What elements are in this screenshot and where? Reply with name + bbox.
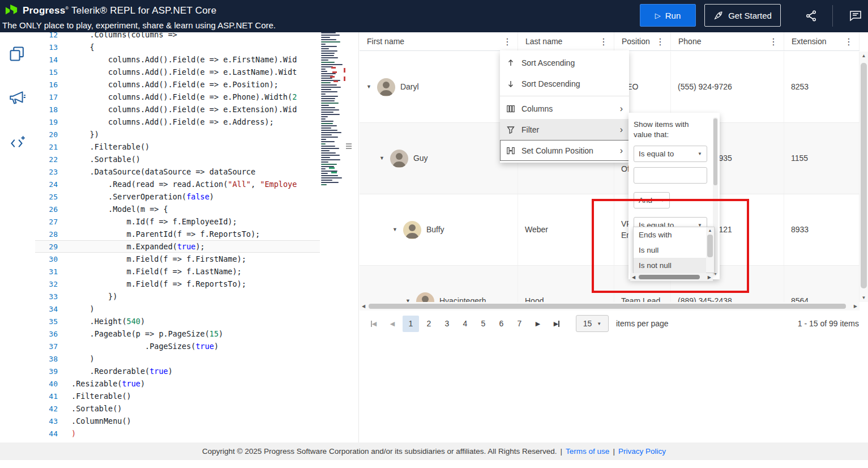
table-row[interactable]: ▼BuffyWeberVP, Engineering(699) 838-6121… (360, 194, 860, 266)
dropdown-list-horizontal-scrollbar[interactable]: ◀ ▶ (630, 273, 713, 281)
share-icon[interactable] (805, 9, 818, 23)
code-line[interactable]: 33 }) (35, 290, 320, 303)
feedback-icon[interactable] (849, 9, 862, 23)
line-number: 37 (35, 342, 58, 351)
code-line[interactable]: 15 columns.Add().Field(e => e.LastName).… (35, 66, 320, 78)
code-line[interactable]: 16 columns.Add().Field(e => e.Position); (35, 78, 320, 91)
menu-item-sort-ascending[interactable]: Sort Ascending (500, 52, 629, 73)
items-per-page-label: items per page (616, 319, 669, 328)
megaphone-icon[interactable] (8, 89, 26, 107)
code-line[interactable]: 20 }) (35, 128, 320, 141)
code-line[interactable]: 43.ColumnMenu() (35, 415, 320, 427)
page-button-2[interactable]: 2 (421, 316, 437, 332)
code-line[interactable]: 18 columns.Add().Field(e => e.Extension)… (35, 103, 320, 116)
page-button-1[interactable]: 1 (403, 316, 419, 332)
first-page-button[interactable]: ◀ (365, 315, 382, 332)
code-line[interactable]: 31 m.Field(f => f.LastName); (35, 265, 320, 278)
code-line[interactable]: 41.Filterable() (35, 390, 320, 402)
cell-first-name: ▼Buffy (360, 194, 518, 265)
code-line[interactable]: 44) (35, 427, 320, 440)
code-line[interactable]: 17 columns.Add().Field(e => e.Phone).Wid… (35, 91, 320, 103)
code-line[interactable]: 28 m.ParentId(f => f.ReportsTo); (35, 228, 320, 240)
code-line[interactable]: 32 m.Field(f => f.ReportsTo); (35, 278, 320, 290)
column-header-first-name[interactable]: First name⋮ (360, 32, 518, 50)
code-line[interactable]: 26 .Model(m => { (35, 203, 320, 215)
last-page-button[interactable]: ▶ (548, 315, 565, 332)
privacy-policy-link[interactable]: Privacy Policy (618, 447, 666, 456)
column-menu-button[interactable]: ⋮ (501, 36, 514, 47)
table-row[interactable]: ▼HyacintegerhHoodTeam Lead(889) 345-2438… (360, 266, 860, 302)
line-number: 38 (35, 355, 58, 363)
menu-item-filter[interactable]: Filter› (500, 119, 629, 140)
menu-item-sort-descending[interactable]: Sort Descending (500, 73, 629, 94)
code-line[interactable]: 25 .ServerOperation(false) (35, 190, 320, 203)
code-line[interactable]: 30 m.Field(f => f.FirstName); (35, 253, 320, 265)
page-button-4[interactable]: 4 (457, 316, 473, 332)
expand-row-icon[interactable]: ▼ (405, 297, 411, 302)
filter-logic-dropdown[interactable]: And▼ (634, 192, 670, 209)
page-button-6[interactable]: 6 (493, 316, 510, 332)
code-line[interactable]: 29 m.Expanded(true); (35, 240, 320, 253)
code-add-icon[interactable] (8, 134, 26, 152)
grid-vertical-scrollbar[interactable]: ▲ ▼ (860, 52, 868, 302)
expand-row-icon[interactable]: ▼ (366, 83, 371, 91)
line-number: 16 (35, 80, 58, 89)
code-line[interactable]: 19 columns.Add().Field(e => e.Address); (35, 116, 320, 128)
column-menu-button[interactable]: ⋮ (767, 36, 780, 47)
splitter-handle[interactable] (346, 143, 353, 154)
dropdown-list-scrollbar[interactable]: ▲ (706, 227, 714, 273)
filter-icon (506, 125, 515, 134)
cell-first-name: ▼Guy (360, 123, 518, 194)
column-header-extension[interactable]: Extension⋮ (784, 32, 860, 50)
page-size-select[interactable]: 15▼ (576, 315, 609, 332)
expand-row-icon[interactable]: ▼ (379, 155, 384, 162)
previous-page-button[interactable]: ◀ (384, 315, 401, 332)
code-line[interactable]: 13 { (35, 41, 320, 53)
code-line[interactable]: 12 .Columns(columns => (35, 32, 320, 41)
column-menu-button[interactable]: ⋮ (597, 36, 610, 47)
code-line[interactable]: 39 .Reorderable(true) (35, 365, 320, 377)
code-line[interactable]: 23 .DataSource(dataSource => dataSource (35, 165, 320, 178)
next-page-button[interactable]: ▶ (529, 315, 546, 332)
page-button-5[interactable]: 5 (475, 316, 491, 332)
code-line[interactable]: 42.Sortable() (35, 402, 320, 415)
code-line[interactable]: 21 .Filterable() (35, 141, 320, 153)
code-line[interactable]: 24 .Read(read => read.Action("All", "Emp… (35, 178, 320, 190)
run-button[interactable]: ▷ Run (640, 4, 696, 27)
editor-minimap[interactable] (320, 32, 346, 198)
get-started-button[interactable]: Get Started (704, 4, 781, 27)
code-text: ) (58, 354, 95, 363)
code-line[interactable]: 35 .Height(540) (35, 315, 320, 327)
menu-item-set-column-position[interactable]: Set Column Position› (500, 140, 629, 161)
code-line[interactable]: 14 columns.Add().Field(e => e.FirstName)… (35, 53, 320, 66)
column-header-phone[interactable]: Phone⋮ (671, 32, 784, 50)
page-button-3[interactable]: 3 (439, 316, 455, 332)
code-line[interactable]: 36 .Pageable(p => p.PageSize(15) (35, 327, 320, 340)
page-button-7[interactable]: 7 (511, 316, 528, 332)
code-editor[interactable]: 12 .Columns(columns =>13 {14 columns.Add… (35, 32, 358, 443)
code-line[interactable]: 38 ) (35, 352, 320, 365)
dropdown-option[interactable]: Ends with (634, 227, 706, 242)
copy-icon[interactable] (8, 45, 26, 63)
menu-item-columns[interactable]: Columns› (500, 98, 629, 119)
column-header-last-name[interactable]: Last name⋮ (518, 32, 614, 50)
header-divider (832, 5, 833, 27)
code-line[interactable]: 40.Resizable(true) (35, 377, 320, 390)
code-line[interactable]: 22 .Sortable() (35, 153, 320, 165)
terms-of-use-link[interactable]: Terms of use (566, 447, 609, 456)
column-menu-button[interactable]: ⋮ (842, 36, 856, 47)
code-line[interactable]: 37 .PageSizes(true) (35, 340, 320, 352)
play-icon: ▷ (655, 11, 661, 20)
code-line[interactable]: 34 ) (35, 303, 320, 315)
line-number: 32 (35, 280, 58, 288)
line-number: 26 (35, 205, 58, 214)
filter-value-input[interactable] (634, 167, 707, 184)
code-line[interactable]: 27 m.Id(f => f.EmployeeId); (35, 215, 320, 228)
grid-horizontal-scrollbar[interactable]: ◀ ▶ (360, 302, 860, 310)
expand-row-icon[interactable]: ▼ (392, 226, 397, 233)
dropdown-option[interactable]: Is null (634, 242, 706, 258)
dropdown-option[interactable]: Is not null (634, 258, 706, 273)
column-header-position[interactable]: Position⋮ (614, 32, 671, 50)
column-menu-button[interactable]: ⋮ (653, 36, 667, 47)
filter-operator-dropdown-1[interactable]: Is equal to▼ (634, 146, 707, 162)
